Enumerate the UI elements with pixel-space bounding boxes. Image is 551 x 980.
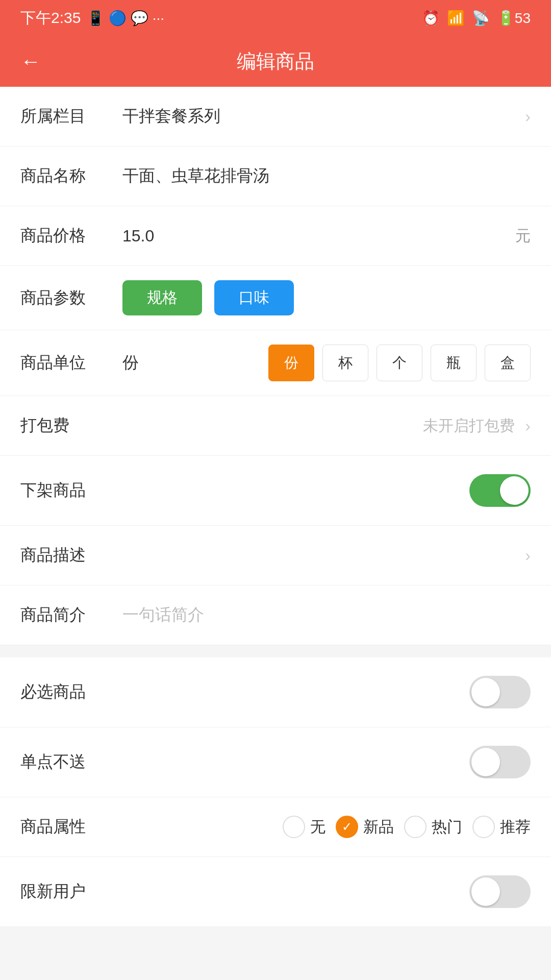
single-no-delivery-thumb — [471, 748, 500, 776]
product-price-label: 商品价格 — [20, 225, 112, 247]
limit-new-user-toggle[interactable] — [469, 875, 531, 908]
single-no-delivery-row: 单点不送 — [0, 727, 551, 797]
product-price-value: 15.0 — [112, 227, 510, 246]
packaging-fee-label: 打包费 — [20, 414, 112, 437]
section-divider — [0, 645, 551, 657]
single-no-delivery-track — [469, 746, 531, 778]
back-arrow-icon: ← — [20, 50, 41, 72]
radio-hot — [404, 816, 427, 838]
attribute-option-none[interactable]: 无 — [283, 816, 325, 838]
unit-buttons: 份 杯 个 瓶 盒 — [268, 345, 531, 381]
off-shelf-row: 下架商品 — [0, 456, 551, 526]
product-attribute-label: 商品属性 — [20, 816, 122, 838]
radio-none-text: 无 — [310, 817, 325, 838]
params-buttons: 规格 口味 — [112, 280, 294, 315]
product-intro-row[interactable]: 商品简介 一句话简介 — [0, 585, 551, 645]
limit-new-user-thumb — [471, 877, 500, 906]
off-shelf-thumb — [500, 476, 529, 505]
product-unit-label: 商品单位 — [20, 352, 112, 374]
product-desc-row[interactable]: 商品描述 › — [0, 526, 551, 585]
packaging-fee-value: 未开启打包费 — [112, 415, 515, 436]
price-unit: 元 — [515, 226, 531, 247]
product-intro-placeholder: 一句话简介 — [112, 604, 531, 626]
product-unit-current: 份 — [112, 352, 153, 374]
off-shelf-track — [469, 474, 531, 507]
content: 所属栏目 干拌套餐系列 › 商品名称 干面、虫草花排骨汤 商品价格 15.0 元… — [0, 87, 551, 927]
unit-btn-2[interactable]: 个 — [377, 345, 422, 381]
required-product-track — [469, 676, 531, 708]
radio-recommend-text: 推荐 — [500, 817, 531, 838]
signal-icon: 📶 — [447, 10, 465, 27]
category-arrow-icon: › — [525, 107, 531, 126]
product-name-value: 干面、虫草花排骨汤 — [112, 165, 531, 187]
required-product-toggle[interactable] — [469, 676, 531, 708]
page-title: 编辑商品 — [237, 48, 314, 75]
radio-none — [283, 816, 305, 838]
product-desc-arrow-icon: › — [525, 546, 531, 565]
attribute-options: 无 新品 热门 推荐 — [283, 816, 531, 838]
radio-hot-text: 热门 — [432, 817, 462, 838]
unit-btn-1[interactable]: 杯 — [322, 345, 368, 381]
wifi-icon: 📡 — [472, 10, 490, 27]
status-left: 下午2:35 📱 🔵 💬 ··· — [20, 8, 164, 29]
product-params-row: 商品参数 规格 口味 — [0, 266, 551, 330]
off-shelf-toggle[interactable] — [469, 474, 531, 507]
off-shelf-label: 下架商品 — [20, 479, 112, 502]
product-name-row[interactable]: 商品名称 干面、虫草花排骨汤 — [0, 146, 551, 206]
back-button[interactable]: ← — [20, 50, 41, 73]
radio-new-text: 新品 — [363, 817, 394, 838]
attribute-option-recommend[interactable]: 推荐 — [472, 816, 531, 838]
product-attribute-row: 商品属性 无 新品 热门 推荐 — [0, 797, 551, 857]
required-product-label: 必选商品 — [20, 681, 112, 703]
required-product-thumb — [471, 678, 500, 706]
alarm-icon: ⏰ — [422, 10, 440, 27]
flavor-button[interactable]: 口味 — [214, 280, 294, 315]
packaging-fee-row[interactable]: 打包费 未开启打包费 › — [0, 396, 551, 456]
radio-new — [336, 816, 358, 838]
product-unit-row: 商品单位 份 份 杯 个 瓶 盒 — [0, 330, 551, 396]
radio-recommend — [472, 816, 495, 838]
header: ← 编辑商品 — [0, 36, 551, 87]
unit-btn-3[interactable]: 瓶 — [431, 345, 477, 381]
unit-btn-0[interactable]: 份 — [268, 345, 314, 381]
packaging-fee-arrow-icon: › — [525, 416, 531, 435]
product-name-label: 商品名称 — [20, 165, 112, 187]
status-icons: 📱 🔵 💬 ··· — [87, 10, 164, 27]
category-label: 所属栏目 — [20, 105, 112, 128]
limit-new-user-track — [469, 875, 531, 908]
single-no-delivery-label: 单点不送 — [20, 751, 112, 773]
product-price-row[interactable]: 商品价格 15.0 元 — [0, 206, 551, 266]
battery-icon: 🔋53 — [497, 10, 531, 27]
category-row[interactable]: 所属栏目 干拌套餐系列 › — [0, 87, 551, 146]
product-params-label: 商品参数 — [20, 287, 112, 309]
status-right: ⏰ 📶 📡 🔋53 — [422, 10, 531, 27]
limit-new-user-row: 限新用户 — [0, 857, 551, 927]
status-bar: 下午2:35 📱 🔵 💬 ··· ⏰ 📶 📡 🔋53 — [0, 0, 551, 36]
spec-button[interactable]: 规格 — [122, 280, 202, 315]
attribute-option-hot[interactable]: 热门 — [404, 816, 462, 838]
unit-btn-4[interactable]: 盒 — [485, 345, 531, 381]
limit-new-user-label: 限新用户 — [20, 880, 112, 903]
product-intro-label: 商品简介 — [20, 604, 112, 626]
single-no-delivery-toggle[interactable] — [469, 746, 531, 778]
product-desc-label: 商品描述 — [20, 544, 112, 567]
category-value: 干拌套餐系列 — [112, 105, 520, 128]
required-product-row: 必选商品 — [0, 657, 551, 727]
status-time: 下午2:35 — [20, 8, 81, 29]
attribute-option-new[interactable]: 新品 — [336, 816, 394, 838]
